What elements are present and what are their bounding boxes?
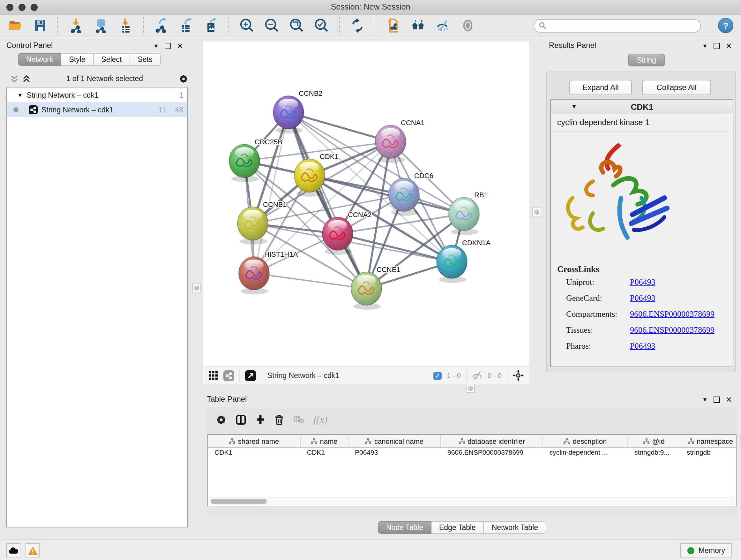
tab-style[interactable]: Style [61, 53, 93, 66]
node-RB1[interactable]: RB1 [449, 191, 488, 235]
table-panel-menu-icon[interactable]: ▼ [702, 396, 708, 403]
node-CDKN1A[interactable]: CDKN1A [436, 239, 491, 283]
warning-button[interactable] [25, 543, 40, 557]
help-button[interactable]: ? [718, 18, 733, 33]
tab-select[interactable]: Select [94, 53, 130, 66]
node-CDC6[interactable]: CDC6 [389, 172, 433, 216]
gene-section-header[interactable]: ▼ CDK1 [551, 100, 733, 114]
search-input[interactable] [549, 21, 696, 30]
table-row[interactable]: CDK1CDK1P064939606.ENSP00000378699cyclin… [208, 448, 736, 458]
crosslink-value-link[interactable]: P06493 [630, 277, 655, 287]
edge-HIST1H1A-CCNE1[interactable] [254, 273, 366, 289]
memory-button[interactable]: Memory [681, 543, 732, 557]
network-collection-row[interactable]: ▼ String Network – cdk1 1 [7, 87, 187, 102]
tab-network-table[interactable]: Network Table [484, 521, 546, 534]
control-panel-float-icon[interactable] [165, 43, 171, 49]
crosslink-value-link[interactable]: P06493 [630, 341, 655, 351]
node-CDC25B[interactable]: CDC25B [229, 138, 282, 182]
first-neighbors-icon[interactable] [410, 18, 426, 33]
bottom-splitter-handle[interactable] [466, 384, 475, 393]
save-session-icon[interactable] [32, 18, 48, 33]
node-HIST1H1A[interactable]: HIST1H1A [239, 250, 298, 294]
control-panel-menu-icon[interactable]: ▼ [153, 43, 159, 49]
detach-view-icon[interactable] [245, 370, 256, 381]
table-options-gear-icon[interactable] [216, 414, 226, 425]
column-header-database-identifier[interactable]: database identifier [441, 435, 543, 447]
documents-share-icon[interactable] [386, 18, 401, 33]
left-splitter-handle[interactable] [192, 284, 201, 293]
import-table-icon[interactable] [118, 18, 133, 33]
column-header--id[interactable]: @id [628, 435, 680, 447]
table-cell[interactable]: 9606.ENSP00000378699 [441, 448, 543, 458]
table-panel-close-icon[interactable]: ✕ [726, 396, 732, 403]
right-splitter-handle[interactable] [532, 207, 541, 216]
table-cell[interactable]: CDK1 [300, 448, 348, 458]
table-panel-float-icon[interactable] [714, 396, 720, 403]
table-cell[interactable]: cyclin-dependent ... [543, 448, 628, 458]
delete-column-icon[interactable] [274, 414, 284, 425]
zoom-selected-icon[interactable] [314, 18, 329, 33]
network-row[interactable]: String Network – cdk1 11 48 [7, 102, 187, 117]
footer-separator [507, 369, 508, 382]
edge-CCNB2-CCNE1[interactable] [288, 112, 366, 289]
cloud-button[interactable] [6, 543, 20, 557]
selected-checkbox-icon[interactable]: ✓ [433, 371, 442, 380]
tab-edge-table[interactable]: Edge Table [431, 521, 484, 534]
export-image-icon[interactable] [204, 18, 219, 33]
network-share-view-icon[interactable] [223, 370, 234, 381]
crosslink-value-link[interactable]: P06493 [630, 293, 655, 303]
export-network-icon[interactable] [154, 18, 169, 33]
table-cell[interactable]: CDK1 [208, 448, 300, 458]
update-network-icon[interactable] [350, 18, 365, 33]
node-CCNB2[interactable]: CCNB2 [273, 89, 323, 133]
results-panel-float-icon[interactable] [714, 43, 720, 49]
hide-selected-eye-icon[interactable] [435, 18, 451, 33]
export-table-icon[interactable] [179, 18, 194, 33]
hidden-eye-icon[interactable] [472, 371, 482, 380]
node-label-CCNE1: CCNE1 [377, 266, 401, 273]
import-network-file-icon[interactable] [68, 18, 84, 33]
add-column-icon[interactable] [255, 415, 266, 425]
collapse-all-icon[interactable] [10, 74, 18, 83]
crosslink-value-link[interactable]: 9606.ENSP00000378699 [630, 325, 715, 335]
results-panel-menu-icon[interactable]: ▼ [702, 43, 708, 49]
table-cell[interactable]: P06493 [348, 448, 441, 458]
tab-node-table[interactable]: Node Table [378, 521, 431, 534]
table-horizontal-scrollbar[interactable] [209, 497, 735, 505]
collapse-all-button[interactable]: Collapse All [642, 80, 711, 95]
table-cell[interactable]: stringdb:9... [628, 448, 680, 458]
results-scrollbar[interactable] [728, 114, 732, 366]
table-cell[interactable]: stringdb [680, 448, 741, 458]
scrollbar-thumb[interactable] [211, 499, 267, 504]
tab-network[interactable]: Network [18, 53, 61, 66]
zoom-out-icon[interactable] [264, 18, 280, 33]
column-header-namespace[interactable]: namespace [680, 435, 741, 447]
tab-sets[interactable]: Sets [130, 53, 160, 66]
gene-description: cyclin-dependent kinase 1 [551, 114, 733, 132]
expand-all-icon[interactable] [22, 74, 30, 83]
show-columns-icon[interactable] [235, 414, 246, 425]
open-session-icon[interactable] [8, 18, 23, 33]
column-header-shared-name[interactable]: shared name [208, 435, 300, 447]
expand-all-button[interactable]: Expand All [569, 80, 632, 95]
search-box[interactable] [534, 19, 701, 32]
tab-string[interactable]: String [628, 54, 665, 66]
crosslink-value-link[interactable]: 9606.ENSP00000378699 [630, 309, 715, 319]
zoom-fit-icon[interactable] [289, 18, 305, 33]
grid-view-icon[interactable] [208, 370, 218, 381]
node-CCNA1[interactable]: CCNA1 [375, 119, 425, 163]
network-view-canvas[interactable]: CCNB2CCNA1CDC25BCDK1CDC6RB1CCNB1CCNA2CDK… [203, 42, 529, 367]
column-header-canonical-name[interactable]: canonical name [348, 435, 441, 447]
control-panel-close-icon[interactable]: ✕ [177, 42, 183, 50]
fit-content-crosshair-icon[interactable] [513, 370, 524, 381]
network-options-gear-icon[interactable] [179, 74, 188, 83]
column-header-description[interactable]: description [543, 435, 628, 447]
import-network-database-icon[interactable] [93, 18, 109, 33]
zoom-in-icon[interactable] [239, 18, 255, 33]
collection-expand-icon[interactable]: ▼ [17, 91, 23, 98]
show-all-eye-icon[interactable] [460, 18, 475, 33]
results-panel-close-icon[interactable]: ✕ [726, 42, 732, 50]
column-header-name[interactable]: name [300, 435, 348, 447]
gene-collapse-icon[interactable]: ▼ [571, 104, 577, 110]
edge-CCNB2-HIST1H1A[interactable] [254, 112, 288, 273]
